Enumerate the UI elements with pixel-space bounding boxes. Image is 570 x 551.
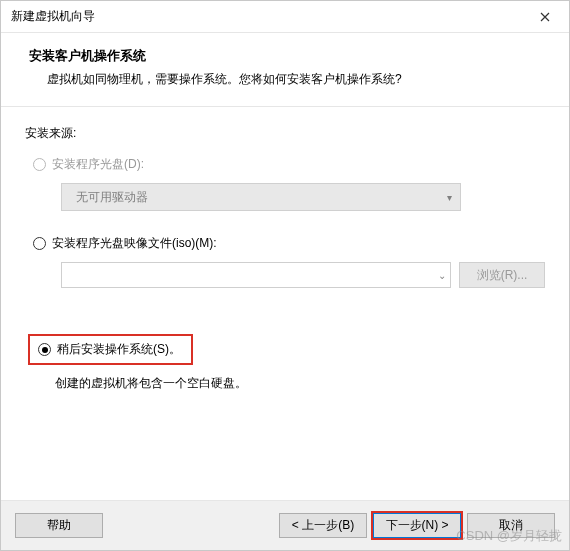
chevron-down-icon: ▾ <box>447 192 452 203</box>
dropdown-value: 无可用驱动器 <box>76 189 148 206</box>
chevron-down-icon: ⌄ <box>438 270 446 281</box>
option-later-highlight: 稍后安装操作系统(S)。 <box>28 334 193 365</box>
cancel-button[interactable]: 取消 <box>467 513 555 538</box>
option-disc[interactable]: 安装程序光盘(D): <box>33 156 545 173</box>
browse-button: 浏览(R)... <box>459 262 545 288</box>
wizard-footer: 帮助 < 上一步(B) 下一步(N) > 取消 <box>1 500 569 550</box>
drive-dropdown: 无可用驱动器 ▾ <box>61 183 461 211</box>
header-subtitle: 虚拟机如同物理机，需要操作系统。您将如何安装客户机操作系统? <box>29 71 545 88</box>
window-title: 新建虚拟机向导 <box>11 8 95 25</box>
option-disc-label: 安装程序光盘(D): <box>52 156 144 173</box>
wizard-content: 安装来源: 安装程序光盘(D): 无可用驱动器 ▾ 安装程序光盘映像文件(iso… <box>1 107 569 500</box>
radio-later[interactable] <box>38 343 51 356</box>
iso-row: ⌄ 浏览(R)... <box>61 262 545 288</box>
source-label: 安装来源: <box>25 125 545 142</box>
header-title: 安装客户机操作系统 <box>29 47 545 65</box>
nav-buttons: < 上一步(B) 下一步(N) > 取消 <box>279 513 555 538</box>
next-button[interactable]: 下一步(N) > <box>373 513 461 538</box>
radio-disc[interactable] <box>33 158 46 171</box>
back-button[interactable]: < 上一步(B) <box>279 513 367 538</box>
iso-path-input[interactable]: ⌄ <box>61 262 451 288</box>
close-icon <box>540 12 550 22</box>
close-button[interactable] <box>525 3 565 31</box>
wizard-header: 安装客户机操作系统 虚拟机如同物理机，需要操作系统。您将如何安装客户机操作系统? <box>1 33 569 107</box>
titlebar: 新建虚拟机向导 <box>1 1 569 33</box>
option-later[interactable]: 稍后安装操作系统(S)。 <box>38 341 181 358</box>
wizard-window: 新建虚拟机向导 安装客户机操作系统 虚拟机如同物理机，需要操作系统。您将如何安装… <box>0 0 570 551</box>
help-button[interactable]: 帮助 <box>15 513 103 538</box>
option-later-label: 稍后安装操作系统(S)。 <box>57 341 181 358</box>
radio-iso[interactable] <box>33 237 46 250</box>
option-iso[interactable]: 安装程序光盘映像文件(iso)(M): <box>33 235 545 252</box>
option-iso-label: 安装程序光盘映像文件(iso)(M): <box>52 235 217 252</box>
later-hint: 创建的虚拟机将包含一个空白硬盘。 <box>55 375 545 392</box>
